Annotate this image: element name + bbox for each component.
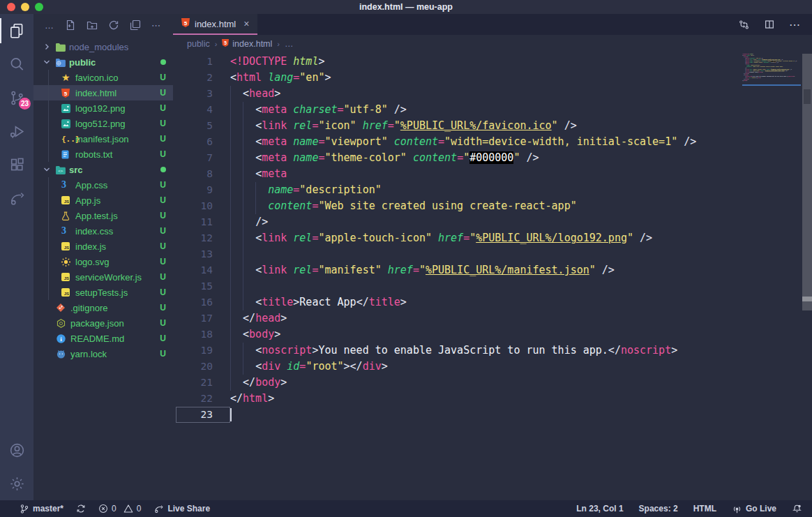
chevron-down-icon[interactable] — [43, 59, 55, 66]
tree-item-src[interactable]: <>src — [33, 162, 173, 177]
new-folder-icon[interactable] — [87, 20, 98, 31]
indentation-item[interactable]: Spaces: 2 — [639, 504, 678, 514]
explorer-more-actions-icon[interactable]: ⋯ — [151, 20, 161, 31]
html5-file-icon: 5 — [222, 39, 229, 49]
svg-text:<>: <> — [58, 167, 63, 172]
code-line-9[interactable]: 9 name="description" — [173, 182, 812, 198]
code-line-15[interactable]: 15 — [173, 278, 812, 294]
tree-item-app-test-js[interactable]: App.test.jsU — [33, 208, 173, 223]
code-line-23[interactable]: 23 — [173, 407, 812, 423]
cursor-position-item[interactable]: Ln 23, Col 1 — [576, 504, 623, 514]
code-line-6[interactable]: 6 <meta name="viewport" content="width=d… — [173, 134, 812, 150]
code-line-18[interactable]: 18 <body> — [173, 327, 812, 343]
tree-item-favicon-ico[interactable]: ★favicon.icoU — [33, 70, 173, 85]
tree-item-readme-md[interactable]: iREADME.mdU — [33, 331, 173, 346]
open-changes-icon[interactable] — [738, 19, 750, 31]
maximize-window-button[interactable] — [35, 3, 43, 11]
tree-item-yarn-lock[interactable]: yarn.lockU — [33, 346, 173, 361]
code-line-8[interactable]: 8 <meta — [173, 166, 812, 182]
tree-item-app-js[interactable]: JSApp.jsU — [33, 193, 173, 208]
code-line-21[interactable]: 21 </body> — [173, 375, 812, 391]
title-bar: index.html — meu-app — [0, 0, 812, 14]
live-share-status-item[interactable]: Live Share — [153, 504, 210, 514]
git-branch-item[interactable]: master* — [20, 504, 63, 514]
chevron-down-icon[interactable] — [43, 166, 55, 173]
image-icon — [61, 119, 75, 128]
breadcrumb-file[interactable]: 5 index.html — [222, 39, 272, 49]
minimize-window-button[interactable] — [21, 3, 29, 11]
tree-item-setuptests-js[interactable]: JSsetupTests.jsU — [33, 285, 173, 300]
tree-item-public[interactable]: public — [33, 54, 173, 70]
code-line-16[interactable]: 16 <title>React App</title> — [173, 294, 812, 310]
code-line-10[interactable]: 10 content="Web site created using creat… — [173, 198, 812, 214]
editor-scrollbar[interactable] — [802, 54, 812, 310]
tree-item-package-json[interactable]: package.jsonU — [33, 315, 173, 331]
code-line-3[interactable]: 3 <head> — [173, 86, 812, 102]
refresh-icon[interactable] — [108, 20, 119, 31]
file-label: logo.svg — [75, 257, 160, 267]
problems-item[interactable]: 0 0 — [98, 504, 141, 514]
code-line-20[interactable]: 20 <div id="root"></div> — [173, 359, 812, 375]
notifications-bell-icon[interactable] — [792, 504, 802, 514]
close-window-button[interactable] — [7, 3, 15, 11]
scm-badge: 23 — [19, 98, 31, 110]
minimap[interactable]: <!DOCTYPE html><html lang="en"> <head> <… — [742, 53, 801, 332]
tree-item-manifest-json[interactable]: {..}manifest.jsonU — [33, 131, 173, 147]
code-line-12[interactable]: 12 <link rel="apple-touch-icon" href="%P… — [173, 230, 812, 246]
tree-item--gitignore[interactable]: .gitignoreU — [33, 300, 173, 315]
tree-item-serviceworker-js[interactable]: JSserviceWorker.jsU — [33, 269, 173, 285]
tab-index-html[interactable]: 5 index.html × — [173, 14, 257, 35]
code-line-14[interactable]: 14 <link rel="manifest" href="%PUBLIC_UR… — [173, 262, 812, 278]
code-line-17[interactable]: 17 </head> — [173, 310, 812, 327]
tree-item-robots-txt[interactable]: robots.txtU — [33, 147, 173, 162]
code-line-4[interactable]: 4 <meta charset="utf-8" /> — [173, 102, 812, 118]
git-untracked-badge: U — [160, 257, 166, 267]
explorer-title-ellipsis[interactable]: … — [45, 20, 54, 31]
error-count: 0 — [112, 504, 116, 514]
run-debug-icon[interactable] — [0, 114, 33, 148]
code-line-2[interactable]: 2<html lang="en"> — [173, 70, 812, 86]
tree-item-node-modules[interactable]: node_modules — [33, 39, 173, 54]
tab-label: index.html — [195, 19, 236, 29]
settings-gear-icon[interactable] — [0, 467, 33, 500]
account-icon[interactable] — [0, 433, 33, 467]
chevron-right-icon[interactable] — [43, 43, 55, 50]
line-number: 9 — [173, 182, 213, 198]
collapse-folders-icon[interactable] — [130, 20, 141, 31]
tree-item-index-html[interactable]: 5index.htmlU — [33, 85, 173, 100]
code-editor[interactable]: 1<!DOCTYPE html>2<html lang="en">3 <head… — [173, 53, 812, 500]
extensions-icon[interactable] — [0, 148, 33, 181]
code-line-11[interactable]: 11 /> — [173, 214, 812, 230]
code-line-5[interactable]: 5 <link rel="icon" href="%PUBLIC_URL%/fa… — [173, 118, 812, 134]
more-actions-icon[interactable]: ⋯ — [789, 18, 801, 31]
sync-icon[interactable] — [76, 504, 86, 514]
search-icon[interactable] — [0, 47, 33, 81]
file-label: setupTests.js — [75, 287, 160, 298]
tab-close-icon[interactable]: × — [243, 18, 249, 29]
explorer-icon[interactable] — [0, 14, 33, 47]
tree-item-index-css[interactable]: 3index.cssU — [33, 223, 173, 239]
language-mode-item[interactable]: HTML — [693, 504, 716, 514]
line-number: 11 — [173, 214, 213, 230]
split-editor-icon[interactable] — [764, 19, 775, 30]
live-share-icon[interactable] — [0, 181, 33, 215]
code-line-7[interactable]: 7 <meta name="theme-color" content="#000… — [173, 150, 812, 166]
code-line-19[interactable]: 19 <noscript>You need to enable JavaScri… — [173, 343, 812, 359]
breadcrumb-folder[interactable]: public — [187, 39, 210, 49]
image-icon — [61, 104, 75, 113]
code-line-1[interactable]: 1<!DOCTYPE html> — [173, 54, 812, 70]
new-file-icon[interactable] — [65, 20, 76, 31]
line-number: 18 — [173, 327, 213, 343]
tree-item-index-js[interactable]: JSindex.jsU — [33, 239, 173, 254]
tree-item-logo192-png[interactable]: logo192.pngU — [33, 100, 173, 116]
tree-item-logo512-png[interactable]: logo512.pngU — [33, 116, 173, 131]
tree-item-logo-svg[interactable]: logo.svgU — [33, 254, 173, 269]
git-modified-dot — [160, 59, 166, 65]
code-line-22[interactable]: 22</html> — [173, 391, 812, 407]
go-live-item[interactable]: Go Live — [732, 504, 776, 514]
breadcrumb-symbol-ellipsis[interactable]: … — [285, 39, 294, 49]
warning-count: 0 — [137, 504, 142, 514]
code-line-13[interactable]: 13 — [173, 246, 812, 262]
tree-item-app-css[interactable]: 3App.cssU — [33, 177, 173, 193]
source-control-icon[interactable]: 23 — [0, 81, 33, 114]
